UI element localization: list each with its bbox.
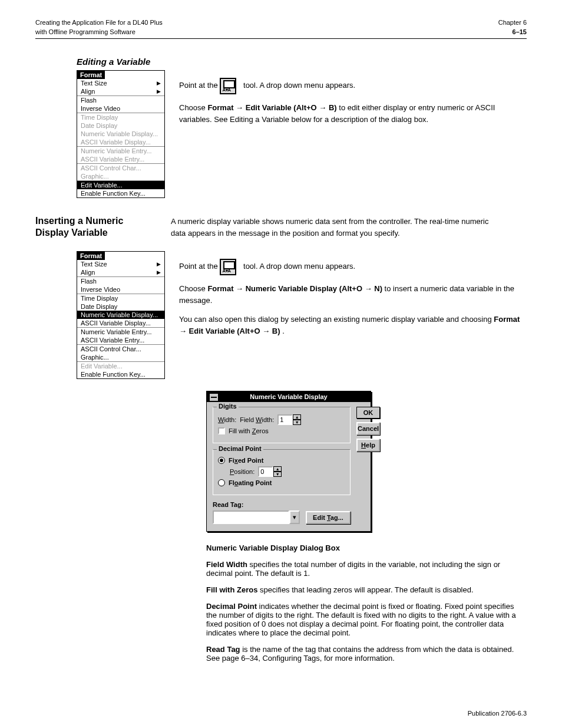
header-left: Creating the Application File for a DL40… — [35, 18, 163, 37]
menu-item[interactable]: Numeric Variable Entry... — [77, 328, 164, 336]
menu-item[interactable]: Align▶ — [77, 268, 164, 276]
footer-publication: Publication 2706-6.3 — [35, 710, 527, 717]
editing-variable-heading: Editing a Variable — [77, 57, 527, 67]
field-width-label: Width: — [218, 416, 236, 423]
header-left-line2: with Offline Programming Software — [35, 27, 163, 37]
dialog-title: Numeric Variable Display — [207, 391, 371, 402]
menu-item[interactable]: Text Size▶ — [77, 79, 164, 87]
menu-item[interactable]: Graphic... — [77, 172, 164, 180]
cancel-button[interactable]: Cancel — [356, 422, 380, 435]
position-input[interactable] — [258, 466, 273, 477]
read-tag-combo[interactable]: ▾ — [213, 510, 300, 524]
menu-item[interactable]: Flash — [77, 96, 164, 104]
submenu-arrow-icon: ▶ — [157, 269, 161, 275]
fill-zeros-label: Fill with Zeros — [229, 427, 269, 434]
field-width-spinner[interactable]: ▲▼ — [277, 414, 301, 425]
numeric-variable-display-dialog: Numeric Variable Display Digits Width: F… — [206, 391, 371, 532]
floating-point-label: Floating Point — [229, 479, 272, 486]
fields-heading: Numeric Variable Display Dialog Box — [206, 543, 524, 552]
submenu-arrow-icon: ▶ — [157, 80, 161, 86]
fixed-point-radio[interactable] — [218, 457, 225, 464]
menu-item[interactable]: Numeric Variable Display... — [77, 130, 164, 138]
submenu-arrow-icon: ▶ — [157, 88, 161, 94]
header-left-line1: Creating the Application File for a DL40… — [35, 18, 163, 27]
spin-down-icon[interactable]: ▼ — [273, 472, 282, 477]
position-spinner[interactable]: ▲▼ — [258, 466, 282, 477]
fill-zeros-desc: Fill with Zeros specifies that leading z… — [206, 585, 524, 594]
page-number: 6–15 — [513, 28, 527, 35]
rowA-point: Point at the tool. A drop down menu appe… — [179, 78, 527, 94]
format-menu-b: Format Text Size▶Align▶FlashInverse Vide… — [77, 251, 165, 379]
fill-zeros-checkbox[interactable] — [218, 427, 225, 434]
header-right: Chapter 6 6–15 — [498, 18, 527, 37]
submenu-arrow-icon: ▶ — [157, 261, 161, 267]
menu-item[interactable]: ASCII Control Char... — [77, 345, 164, 353]
menu-item[interactable]: Graphic... — [77, 353, 164, 361]
dropdown-icon[interactable]: ▾ — [289, 510, 300, 524]
position-label: Position: — [230, 468, 254, 475]
format-tool-icon[interactable] — [220, 78, 236, 94]
menu-item[interactable]: Numeric Variable Entry... — [77, 147, 164, 155]
system-menu-icon[interactable] — [209, 393, 219, 401]
menu-item[interactable]: ASCII Variable Display... — [77, 138, 164, 146]
spin-down-icon[interactable]: ▼ — [293, 420, 301, 425]
header-right-line1: Chapter 6 — [498, 18, 527, 27]
field-width-desc: Field Width specifies the total number o… — [206, 560, 524, 578]
format-menu-a: Format Text Size▶Align▶FlashInverse Vide… — [77, 70, 165, 198]
menu-item[interactable]: Edit Variable... — [77, 362, 164, 370]
read-tag-desc: Read Tag is the name of the tag that con… — [206, 645, 524, 663]
menu-item[interactable]: Numeric Variable Display... — [77, 311, 164, 319]
menu-title: Format — [77, 252, 105, 260]
menu-item[interactable]: ASCII Control Char... — [77, 164, 164, 172]
section-label-1: Inserting a Numeric — [35, 216, 153, 226]
rowB-choose: Choose Format → Numeric Variable Display… — [179, 283, 527, 306]
section-body-a: A numeric display variable shows numeric… — [171, 216, 501, 242]
edit-tag-button[interactable]: Edit Tag... — [306, 511, 351, 524]
floating-point-radio[interactable] — [218, 479, 225, 486]
menu-item[interactable]: Enable Function Key... — [77, 370, 164, 378]
menu-title: Format — [77, 71, 105, 79]
rowA-choose: Choose Format → Edit Variable (Alt+O → B… — [179, 102, 527, 125]
menu-item[interactable]: Enable Function Key... — [77, 189, 164, 197]
ok-button[interactable]: OK — [356, 407, 380, 419]
menu-item[interactable]: Text Size▶ — [77, 260, 164, 268]
menu-item[interactable]: Align▶ — [77, 87, 164, 95]
spin-up-icon[interactable]: ▲ — [293, 414, 301, 420]
menu-item[interactable]: ASCII Variable Display... — [77, 319, 164, 327]
menu-item[interactable]: Inverse Video — [77, 285, 164, 294]
format-tool-icon[interactable] — [220, 259, 236, 275]
rowB-third: You can also open this dialog by selecti… — [179, 314, 527, 337]
menu-item[interactable]: Date Display — [77, 121, 164, 130]
menu-item[interactable]: Flash — [77, 277, 164, 285]
help-button[interactable]: Help — [356, 439, 380, 452]
fixed-point-label: Fixed Point — [229, 457, 263, 464]
menu-item[interactable]: Date Display — [77, 302, 164, 311]
decimal-point-group: Decimal Point Fixed Point Fixed Point Po… — [213, 449, 351, 495]
menu-item[interactable]: Edit Variable... — [77, 181, 164, 189]
spin-up-icon[interactable]: ▲ — [273, 466, 282, 472]
section-label-2: Display Variable — [35, 228, 153, 238]
menu-item[interactable]: Time Display — [77, 294, 164, 302]
read-tag-input[interactable] — [213, 510, 289, 524]
read-tag-label: Read Tag: — [213, 501, 351, 508]
digits-group: Digits Width: Field Width: Field Width: … — [213, 407, 351, 443]
menu-item[interactable]: Inverse Video — [77, 104, 164, 113]
menu-item[interactable]: ASCII Variable Entry... — [77, 155, 164, 163]
menu-item[interactable]: ASCII Variable Entry... — [77, 336, 164, 344]
field-width-input[interactable] — [277, 414, 293, 425]
decimal-desc: Decimal Point indicates whether the deci… — [206, 602, 524, 637]
rowB-point: Point at the tool. A drop down menu appe… — [179, 259, 527, 275]
menu-item[interactable]: Time Display — [77, 113, 164, 121]
